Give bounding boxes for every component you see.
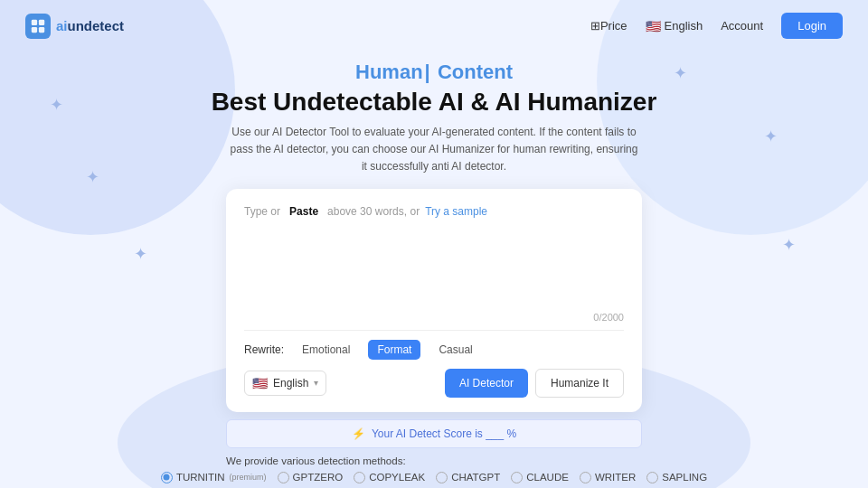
language-label: English	[273, 377, 308, 389]
nav-account[interactable]: Account	[721, 19, 763, 33]
svg-rect-3	[39, 26, 44, 32]
language-flag: 🇺🇸	[252, 376, 268, 390]
detection-sapling: SAPLING	[646, 472, 707, 483]
sparkle-5: ✦	[782, 235, 796, 255]
rewrite-format[interactable]: Format	[368, 340, 420, 360]
divider-line	[244, 330, 624, 331]
radio-gptzero	[278, 472, 289, 483]
score-banner: ⚡ Your AI Detect Score is ___ %	[226, 419, 642, 448]
hero-divider: |	[425, 61, 430, 83]
gptzero-label: GPTZERO	[293, 472, 344, 483]
lang-flag: 🇺🇸	[646, 19, 661, 33]
navbar: aiundetect ⊞Price 🇺🇸 English Account Log…	[0, 0, 868, 52]
toolbar-paste-btn[interactable]: Paste	[286, 203, 322, 220]
svg-rect-2	[32, 26, 37, 32]
turnitin-label: TURNITIN	[176, 472, 225, 483]
rewrite-emotional[interactable]: Emotional	[293, 340, 359, 360]
sapling-label: SAPLING	[662, 472, 707, 483]
radio-chatgpt	[436, 472, 448, 483]
score-text: Your AI Detect Score is ___ %	[372, 427, 516, 440]
detection-chatgpt: CHATGPT	[436, 472, 500, 483]
hero-subtitle: Human| Content	[18, 61, 850, 84]
svg-rect-0	[32, 19, 37, 24]
lang-text: English	[665, 19, 703, 33]
login-button[interactable]: Login	[781, 13, 843, 39]
detection-methods: TURNITIN (premium) GPTZERO COPYLEAK CHAT…	[0, 472, 868, 483]
detection-claude: CLAUDE	[511, 472, 569, 483]
action-buttons: AI Detector Humanize It	[445, 369, 624, 398]
toolbar-type-text: Type or	[244, 205, 280, 218]
detection-label: We provide various detection methods:	[0, 455, 868, 466]
hero-content: Content	[438, 61, 513, 83]
nav-price[interactable]: ⊞Price	[590, 19, 627, 33]
language-selector[interactable]: 🇺🇸 English ▾	[244, 371, 326, 396]
logo-text: aiundetect	[56, 18, 124, 33]
radio-writer	[580, 472, 591, 483]
main-editor-card: Type or Paste above 30 words, or Try a s…	[226, 189, 642, 412]
lightning-icon: ⚡	[352, 427, 365, 440]
hero-description: Use our AI Detector Tool to evaluate you…	[226, 124, 642, 176]
humanize-button[interactable]: Humanize It	[535, 369, 624, 398]
toolbar-sample-link[interactable]: Try a sample	[425, 205, 487, 218]
svg-rect-1	[39, 19, 44, 24]
hero-title: Best Undetectable AI & AI Humanizer	[18, 88, 850, 117]
detection-copyleak: COPYLEAK	[354, 472, 425, 483]
radio-turnitin	[161, 472, 173, 483]
detection-writer: WRITER	[580, 472, 636, 483]
rewrite-casual[interactable]: Casual	[429, 340, 481, 360]
char-count: 0/2000	[244, 312, 624, 323]
writer-label: WRITER	[595, 472, 636, 483]
turnitin-badge: (premium)	[230, 473, 267, 482]
logo[interactable]: aiundetect	[25, 14, 124, 39]
detection-turnitin: TURNITIN (premium)	[161, 472, 267, 483]
radio-claude	[511, 472, 523, 483]
hero-human: Human	[355, 61, 423, 83]
detection-gptzero: GPTZERO	[278, 472, 344, 483]
radio-sapling	[646, 472, 658, 483]
nav-language[interactable]: 🇺🇸 English	[646, 19, 703, 33]
action-row: 🇺🇸 English ▾ AI Detector Humanize It	[244, 369, 624, 398]
copyleak-label: COPYLEAK	[369, 472, 425, 483]
nav-right: ⊞Price 🇺🇸 English Account Login	[590, 13, 843, 39]
editor-toolbar: Type or Paste above 30 words, or Try a s…	[244, 203, 624, 220]
ai-detector-button[interactable]: AI Detector	[445, 369, 528, 398]
logo-icon	[25, 14, 51, 39]
chatgpt-label: CHATGPT	[451, 472, 500, 483]
rewrite-row: Rewrite: Emotional Format Casual	[244, 340, 624, 360]
toolbar-words-text: above 30 words, or	[327, 205, 420, 218]
sparkle-3: ✦	[134, 244, 147, 264]
textarea-wrapper	[244, 227, 624, 310]
hero-section: Human| Content Best Undetectable AI & AI…	[0, 52, 868, 176]
main-textarea[interactable]	[244, 227, 624, 306]
rewrite-label: Rewrite:	[244, 343, 284, 356]
radio-copyleak	[354, 472, 365, 483]
chevron-down-icon: ▾	[314, 378, 318, 388]
claude-label: CLAUDE	[526, 472, 569, 483]
detection-section: We provide various detection methods: TU…	[0, 455, 868, 488]
